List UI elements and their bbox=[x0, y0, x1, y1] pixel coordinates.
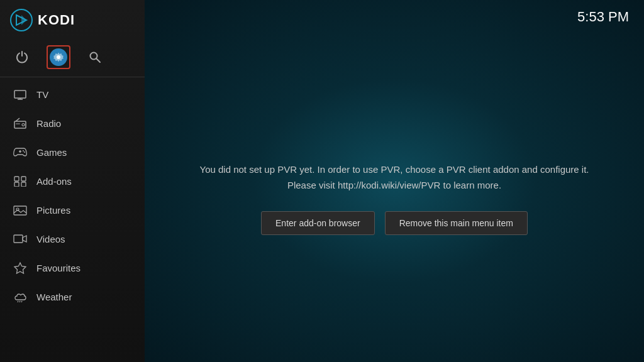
content-center: You did not set up PVR yet. In order to … bbox=[145, 34, 644, 362]
sidebar-item-addons[interactable]: Add-ons bbox=[0, 167, 145, 195]
pictures-icon bbox=[13, 202, 28, 217]
power-icon bbox=[15, 50, 29, 64]
sidebar-item-weather-label: Weather bbox=[36, 292, 72, 302]
addons-icon bbox=[13, 173, 28, 189]
remove-menu-item-button[interactable]: Remove this main menu item bbox=[385, 211, 528, 235]
svg-rect-21 bbox=[14, 206, 26, 215]
games-icon bbox=[13, 145, 28, 160]
videos-icon bbox=[13, 231, 28, 246]
svg-rect-9 bbox=[14, 121, 26, 128]
svg-rect-17 bbox=[14, 177, 19, 181]
favourites-icon bbox=[13, 260, 28, 275]
svg-point-16 bbox=[24, 151, 25, 153]
svg-rect-19 bbox=[14, 182, 19, 187]
sidebar-item-favourites-label: Favourites bbox=[36, 263, 80, 273]
sidebar-item-tv[interactable]: TV bbox=[0, 80, 145, 109]
app-title: KODI bbox=[38, 12, 75, 28]
enter-addon-browser-button[interactable]: Enter add-on browser bbox=[261, 211, 375, 235]
sidebar: KODI bbox=[0, 0, 145, 362]
sidebar-item-radio-label: Radio bbox=[36, 118, 61, 129]
pvr-message: You did not set up PVR yet. In order to … bbox=[200, 162, 589, 194]
pvr-message-line2: Please visit http://kodi.wiki/view/PVR t… bbox=[200, 177, 589, 194]
sidebar-item-videos-label: Videos bbox=[36, 234, 65, 244]
main-content: 5:53 PM You did not set up PVR yet. In o… bbox=[145, 0, 644, 362]
gear-svg bbox=[53, 52, 64, 63]
sidebar-item-pictures-label: Pictures bbox=[36, 205, 70, 216]
action-buttons: Enter add-on browser Remove this main me… bbox=[261, 211, 528, 235]
svg-line-25 bbox=[19, 301, 20, 302]
sidebar-item-tv-label: TV bbox=[36, 89, 48, 100]
weather-icon bbox=[13, 289, 28, 304]
sidebar-nav: TV Radio bbox=[0, 80, 145, 362]
svg-rect-6 bbox=[14, 90, 26, 98]
sidebar-item-games-label: Games bbox=[36, 147, 67, 158]
sidebar-item-favourites[interactable]: Favourites bbox=[0, 253, 145, 282]
top-bar: 5:53 PM bbox=[145, 0, 644, 34]
sidebar-item-games[interactable]: Games bbox=[0, 138, 145, 167]
svg-marker-2 bbox=[21, 15, 26, 25]
search-icon bbox=[89, 51, 101, 63]
svg-line-5 bbox=[96, 58, 100, 62]
radio-icon bbox=[13, 116, 28, 131]
sidebar-divider bbox=[0, 77, 145, 77]
svg-point-11 bbox=[22, 124, 25, 126]
search-button[interactable] bbox=[83, 45, 107, 69]
settings-button[interactable] bbox=[47, 45, 70, 69]
svg-rect-23 bbox=[14, 235, 23, 243]
sidebar-toolbar bbox=[0, 40, 145, 77]
sidebar-item-addons-label: Add-ons bbox=[36, 176, 72, 187]
sidebar-header: KODI bbox=[0, 0, 145, 40]
sidebar-item-weather[interactable]: Weather bbox=[0, 282, 145, 311]
pvr-message-line1: You did not set up PVR yet. In order to … bbox=[200, 162, 589, 178]
power-button[interactable] bbox=[10, 45, 34, 69]
sidebar-item-radio[interactable]: Radio bbox=[0, 109, 145, 138]
svg-rect-18 bbox=[21, 177, 26, 181]
sidebar-item-pictures[interactable]: Pictures bbox=[0, 195, 145, 224]
svg-point-15 bbox=[23, 150, 24, 151]
svg-line-24 bbox=[18, 301, 18, 302]
svg-line-26 bbox=[21, 301, 22, 302]
gear-icon bbox=[50, 48, 67, 66]
svg-rect-20 bbox=[21, 182, 26, 187]
kodi-logo-icon bbox=[10, 9, 33, 31]
tv-icon bbox=[13, 87, 28, 102]
current-time: 5:53 PM bbox=[577, 9, 629, 25]
svg-rect-12 bbox=[16, 123, 20, 124]
sidebar-item-videos[interactable]: Videos bbox=[0, 224, 145, 253]
